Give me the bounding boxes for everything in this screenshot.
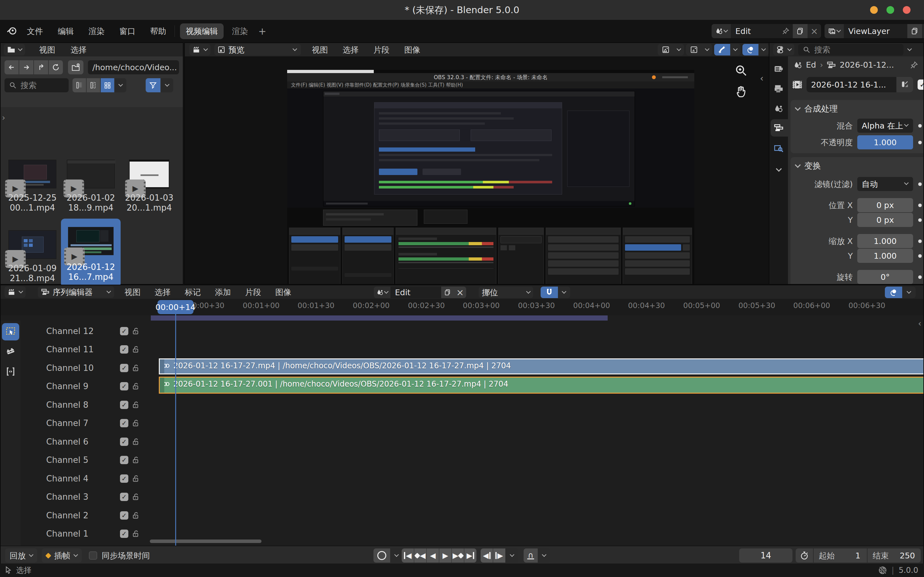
tool-select-box[interactable] [2, 323, 19, 340]
playback-popover[interactable]: 回放 [5, 548, 37, 562]
pv-menu-select[interactable]: 选择 [339, 43, 362, 57]
fb-search-input[interactable]: 搜索 [5, 78, 69, 92]
loop-dropdown[interactable] [538, 548, 550, 562]
back-button[interactable] [5, 60, 19, 74]
strip-left-handle[interactable] [160, 359, 164, 374]
region-collapse-arrow[interactable]: ‹ [760, 73, 764, 84]
render-view-dropdown[interactable] [658, 44, 684, 55]
prev-keyframe-button[interactable]: ◀ [414, 548, 426, 562]
channel-row[interactable]: Channel 6✓ [21, 432, 149, 451]
tab-strip-modifiers[interactable] [771, 141, 786, 156]
pv-menu-strip[interactable]: 片段 [370, 43, 393, 57]
new-scene-button[interactable] [793, 24, 808, 38]
unlink-scene-button[interactable]: × [808, 24, 821, 38]
record-button[interactable] [373, 548, 390, 562]
workspace-tab-render[interactable]: 渲染 [226, 23, 254, 39]
rail-more-chevron[interactable] [771, 162, 786, 177]
editor-type-file-browser-button[interactable] [4, 44, 25, 55]
unlock-icon[interactable] [132, 474, 140, 483]
file-item[interactable]: ▶ 2025-12-25 00...1.mp4 [5, 152, 60, 222]
animate-dot[interactable] [918, 124, 922, 127]
pv-menu-image[interactable]: 图像 [401, 43, 423, 57]
audio-strip[interactable]: 2026-01-12 16-17-27.001 | /home/choco/Vi… [159, 377, 923, 394]
unlink-button[interactable]: × [454, 287, 466, 298]
animate-dot[interactable] [918, 141, 922, 144]
fb-menu-select[interactable]: 选择 [67, 43, 90, 57]
seq-scene-selector[interactable]: Edit × [374, 287, 466, 298]
display-thumbnails-button[interactable] [101, 78, 114, 92]
channel-visibility-checkbox[interactable]: ✓ [120, 511, 128, 520]
close-button[interactable] [903, 6, 911, 14]
remove-viewlayer-button[interactable]: × [922, 24, 924, 38]
snap-dropdown[interactable] [558, 287, 570, 298]
blender-logo-icon[interactable] [6, 26, 18, 37]
new-scene-button[interactable] [441, 287, 454, 298]
tool-retime[interactable] [2, 363, 19, 380]
seq-menu-marker[interactable]: 标记 [182, 285, 204, 300]
editor-type-sequencer-button[interactable] [5, 286, 26, 298]
animate-dot[interactable] [918, 203, 922, 207]
channel-row[interactable]: Channel 5✓ [21, 451, 149, 470]
channel-visibility-checkbox[interactable]: ✓ [120, 438, 128, 446]
playhead-badge[interactable]: 00:00+14 [158, 300, 194, 314]
preview-mode-dropdown[interactable]: 预览 [214, 44, 301, 55]
seq-menu-add[interactable]: 添加 [212, 285, 234, 300]
parent-dir-button[interactable] [34, 60, 48, 74]
file-item-selected[interactable]: ▶ 2026-01-12 16...7.mp4 [63, 222, 118, 293]
menu-window[interactable]: 窗口 [116, 24, 139, 39]
strip-name-field[interactable]: 2026-01-12 16-1... [806, 77, 897, 92]
jump-to-end-button[interactable]: ▶ [464, 548, 477, 562]
seq-menu-select[interactable]: 选择 [152, 285, 174, 300]
panel-title[interactable]: 变换 [804, 160, 821, 171]
file-item[interactable]: ▶ 2026-01-02 18...9.mp4 [63, 152, 118, 222]
seq-scene-name[interactable]: Edit [391, 287, 441, 298]
channel-visibility-checkbox[interactable]: ✓ [120, 401, 128, 409]
tab-output[interactable] [771, 81, 786, 96]
scene-icon[interactable] [712, 24, 731, 38]
unlock-icon[interactable] [132, 493, 140, 501]
breadcrumb-scene[interactable]: Ed [806, 60, 816, 69]
channel-row[interactable]: Channel 4✓ [21, 469, 149, 488]
fake-user-button[interactable] [897, 77, 913, 92]
filter-dropdown[interactable]: 自动 [857, 177, 913, 191]
pv-menu-view[interactable]: 视图 [309, 43, 331, 57]
seq-menu-view[interactable]: 视图 [121, 285, 144, 300]
unlock-icon[interactable] [132, 511, 140, 520]
tab-scene[interactable] [771, 101, 786, 116]
channel-row[interactable]: Channel 12✓ [21, 322, 149, 340]
preview-canvas[interactable]: OBS 32.0.3 - 配置文件: 未命名 - 场景: 未命名 文件(F) 编… [185, 56, 769, 284]
animate-dot[interactable] [918, 239, 922, 243]
animate-dot[interactable] [918, 254, 922, 258]
refresh-button[interactable] [49, 60, 63, 74]
file-item[interactable]: ▶ 2026-01-09 21...8.mp4 [5, 222, 60, 293]
tool-blade[interactable] [2, 343, 19, 360]
path-field[interactable]: /home/choco/Video... [88, 60, 179, 74]
display-vertical-list-button[interactable] [73, 78, 86, 92]
panel-collapse-chevron[interactable] [795, 105, 800, 111]
step-dropdown[interactable] [506, 548, 519, 562]
channel-row[interactable]: Channel 3✓ [21, 488, 149, 506]
step-back-button[interactable]: ◀ [481, 548, 493, 562]
overlap-mode-dropdown[interactable]: 挪位 [479, 287, 533, 298]
channel-row[interactable]: Channel 2✓ [21, 506, 149, 525]
unlock-icon[interactable] [132, 345, 140, 354]
forward-button[interactable] [19, 60, 33, 74]
channel-visibility-checkbox[interactable]: ✓ [120, 364, 128, 372]
filter-icon[interactable] [145, 78, 160, 92]
maximize-button[interactable] [887, 6, 894, 14]
play-button[interactable]: ▶ [439, 548, 451, 562]
animate-dot[interactable] [918, 182, 922, 186]
seq-menu-strip[interactable]: 片段 [242, 285, 264, 300]
step-forward-button[interactable]: ▶ [493, 548, 505, 562]
channel-row[interactable]: Channel 11✓ [21, 340, 149, 359]
unlock-icon[interactable] [132, 419, 140, 427]
menu-render[interactable]: 渲染 [86, 24, 108, 39]
channel-row[interactable]: Channel 10✓ [21, 359, 149, 377]
scene-selector[interactable]: Edit × [712, 24, 821, 38]
stopwatch-icon[interactable] [796, 548, 813, 562]
new-folder-button[interactable] [68, 60, 83, 74]
pan-hand-button[interactable] [735, 85, 748, 98]
unlock-icon[interactable] [132, 530, 140, 538]
scale-y-field[interactable]: 1.000 [857, 249, 913, 263]
play-reverse-button[interactable]: ◀ [427, 548, 439, 562]
